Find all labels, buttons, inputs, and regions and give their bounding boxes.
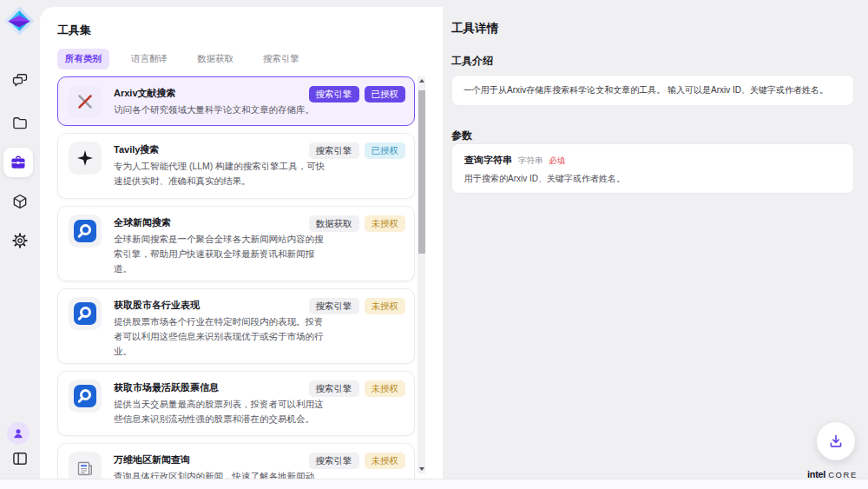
tab-语言翻译[interactable]: 语言翻译 <box>123 49 175 69</box>
scrollbar-thumb[interactable] <box>418 90 425 254</box>
tool-name: Arxiv文献搜索 <box>114 87 331 100</box>
folder-icon[interactable] <box>10 113 30 134</box>
auth-badge: 已授权 <box>365 142 406 159</box>
auth-badge: 未授权 <box>365 215 406 232</box>
tool-card[interactable]: Tavily搜索专为人工智能代理 (LLM) 构建的搜索引擎工具，可快速提供实时… <box>57 133 415 199</box>
tool-badges: 数据获取未授权 <box>309 215 406 232</box>
tavily-star-icon <box>69 142 102 175</box>
package-icon[interactable] <box>10 191 30 212</box>
intro-section-title: 工具介绍 <box>451 54 493 69</box>
category-badge: 搜索引擎 <box>309 380 359 397</box>
app-logo <box>3 5 35 36</box>
juhe-search-icon <box>69 215 102 248</box>
tab-所有类别[interactable]: 所有类别 <box>57 49 109 69</box>
user-avatar-icon[interactable] <box>7 422 30 445</box>
auth-badge: 未授权 <box>365 298 406 314</box>
detail-title: 工具详情 <box>451 21 498 36</box>
tool-intro-text: 一个用于从Arxiv存储库搜索科学论文和文章的工具。 输入可以是Arxiv ID… <box>464 85 828 95</box>
tool-desc: 提供股票市场各个行业在特定时间段内的表现。投资者可以利用这些信息来识别表现优于或… <box>114 314 329 359</box>
tab-搜索引擎[interactable]: 搜索引擎 <box>255 49 307 69</box>
tool-card[interactable]: 获取股市各行业表现提供股票市场各个行业在特定时间段内的表现。投资者可以利用这些信… <box>57 288 415 364</box>
category-badge: 搜索引擎 <box>309 298 359 314</box>
tab-数据获取[interactable]: 数据获取 <box>189 49 241 69</box>
category-badge: 数据获取 <box>309 215 359 232</box>
panel-layout-icon[interactable] <box>10 448 30 469</box>
tool-name: 获取市场最活跃股票信息 <box>114 381 331 394</box>
bottom-strip <box>0 479 868 489</box>
triangle-up-icon <box>419 79 424 83</box>
tool-desc: 查询具体行政区划内的新闻，快速了解各地新闻动 <box>114 469 329 479</box>
scrollbar[interactable] <box>418 76 425 473</box>
category-tabs: 所有类别语言翻译数据获取搜索引擎 <box>57 49 307 69</box>
tool-badges: 搜索引擎已授权 <box>309 86 406 102</box>
settings-gear-icon[interactable] <box>10 230 30 251</box>
tool-desc: 提供当天交易量最高的股票列表，投资者可以利用这些信息来识别流动性强的股票和潜在的… <box>114 397 329 426</box>
tool-list: Arxiv文献搜索访问各个研究领域大量科学论文和文章的存储库。搜索引擎已授权Ta… <box>57 76 415 479</box>
auth-badge: 未授权 <box>365 453 406 469</box>
chat-icon[interactable] <box>10 69 30 90</box>
param-card: 查询字符串 字符串 必填 用于搜索的Arxiv ID、关键字或作者姓名。 <box>451 143 854 194</box>
tool-badges: 搜索引擎未授权 <box>309 453 406 469</box>
category-badge: 搜索引擎 <box>309 142 359 159</box>
tool-intro-card: 一个用于从Arxiv存储库搜索科学论文和文章的工具。 输入可以是Arxiv ID… <box>451 75 854 106</box>
tool-desc: 专为人工智能代理 (LLM) 构建的搜索引擎工具，可快速提供实时、准确和真实的结… <box>114 159 329 188</box>
tool-badges: 搜索引擎已授权 <box>309 142 406 159</box>
param-type: 字符串 <box>518 155 543 167</box>
tool-card[interactable]: Arxiv文献搜索访问各个研究领域大量科学论文和文章的存储库。搜索引擎已授权 <box>57 76 415 126</box>
download-icon <box>828 433 844 449</box>
param-desc: 用于搜索的Arxiv ID、关键字或作者姓名。 <box>464 173 841 185</box>
tool-name: 获取股市各行业表现 <box>114 299 331 312</box>
download-button[interactable] <box>817 422 855 460</box>
juhe-search-icon <box>69 297 102 330</box>
triangle-down-icon <box>419 467 424 471</box>
scroll-down-button[interactable] <box>418 465 425 473</box>
scroll-up-button[interactable] <box>418 76 425 85</box>
param-name: 查询字符串 <box>464 154 512 167</box>
tool-name: 万维地区新闻查询 <box>114 453 331 466</box>
tool-desc: 全球新闻搜索是一个聚合全球各大新闻网站内容的搜索引擎，帮助用户快速获取全球最新资… <box>114 232 329 276</box>
arxiv-logo-icon <box>69 85 102 118</box>
param-required-badge: 必填 <box>549 155 566 167</box>
auth-badge: 未授权 <box>365 380 406 397</box>
page-title: 工具集 <box>57 23 91 38</box>
category-badge: 搜索引擎 <box>309 453 359 469</box>
tool-list-panel: 工具集 所有类别语言翻译数据获取搜索引擎 Arxiv文献搜索访问各个研究领域大量… <box>40 7 443 479</box>
toolbox-icon[interactable] <box>3 148 33 177</box>
left-sidebar <box>0 0 40 479</box>
juhe-search-icon <box>69 380 102 413</box>
tool-card[interactable]: 万维地区新闻查询查询具体行政区划内的新闻，快速了解各地新闻动搜索引擎未授权 <box>57 443 415 479</box>
tool-desc: 访问各个研究领域大量科学论文和文章的存储库。 <box>114 102 329 117</box>
tool-name: 全球新闻搜索 <box>114 216 331 229</box>
tool-badges: 搜索引擎未授权 <box>309 380 406 397</box>
auth-badge: 已授权 <box>365 86 406 102</box>
tool-card[interactable]: 获取市场最活跃股票信息提供当天交易量最高的股票列表，投资者可以利用这些信息来识别… <box>57 371 415 436</box>
tool-name: Tavily搜索 <box>114 143 331 156</box>
news-icon <box>69 452 102 479</box>
params-section-title: 参数 <box>451 129 472 143</box>
tool-badges: 搜索引擎未授权 <box>309 298 406 314</box>
tool-card[interactable]: 全球新闻搜索全球新闻搜索是一个聚合全球各大新闻网站内容的搜索引擎，帮助用户快速获… <box>57 206 415 281</box>
category-badge: 搜索引擎 <box>309 86 359 102</box>
